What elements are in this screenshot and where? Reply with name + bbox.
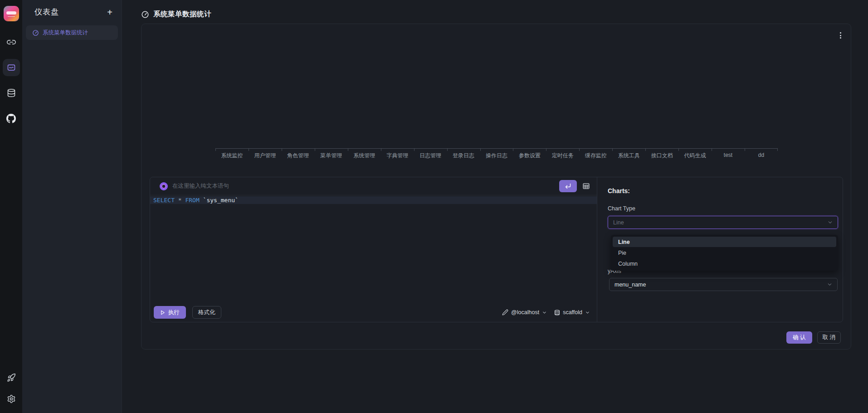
sql-code-area[interactable]: SELECT * FROM `sys_menu` <box>150 195 597 306</box>
dropdown-option[interactable]: Line <box>613 237 836 247</box>
x-axis-tick-label: 定时任务 <box>546 149 579 160</box>
gauge-icon <box>32 29 39 36</box>
chart-type-select[interactable]: Line <box>608 216 838 229</box>
charts-panel-title: Charts: <box>608 187 838 194</box>
chevron-down-icon <box>542 310 547 315</box>
gauge-icon <box>141 10 149 19</box>
x-axis-tick-label: 菜单管理 <box>315 149 348 160</box>
table-view-icon[interactable] <box>581 181 591 191</box>
x-axis-tick-label: 操作日志 <box>480 149 513 160</box>
cancel-button[interactable]: 取 消 <box>817 331 841 344</box>
nl-query-bar: 在这里输入纯文本语句 <box>150 177 597 195</box>
card-footer: 确 认 取 消 <box>786 331 841 344</box>
more-menu-icon[interactable] <box>839 31 842 39</box>
enter-return-icon <box>565 183 571 189</box>
page-header: 系统菜单数据统计 <box>122 0 868 19</box>
x-axis-tick-label: 代码生成 <box>678 149 712 160</box>
chart-x-axis: 系统监控 用户管理 角色管理 菜单管理 系统管理 字典管理 日志管理 登录日志 … <box>215 148 778 160</box>
x-axis-tick-label: 角色管理 <box>282 149 315 160</box>
settings-gear-icon[interactable] <box>3 390 20 408</box>
submit-nl-button[interactable] <box>559 180 577 192</box>
sidebar-item-label: 系统菜单数据统计 <box>43 29 88 37</box>
chevron-down-icon <box>827 219 833 225</box>
main-area: 系统菜单数据统计 系统监控 用户管理 角色管理 菜单管理 系统管理 字典管理 日… <box>122 0 868 413</box>
sql-token: FROM <box>185 197 199 204</box>
x-axis-tick-label: 字典管理 <box>381 149 414 160</box>
query-builder-panel: 在这里输入纯文本语句 SELECT * FROM `sys_menu` <box>150 177 843 322</box>
x-axis-tick-label: 系统工具 <box>612 149 645 160</box>
ai-ring-icon <box>160 182 168 190</box>
x-axis-tick-label: 缓存监控 <box>579 149 612 160</box>
sidebar-item-dashboard[interactable]: 系统菜单数据统计 <box>26 25 118 40</box>
page-title: 系统菜单数据统计 <box>153 10 211 19</box>
sql-token: * <box>175 197 185 204</box>
dropdown-option[interactable]: Column <box>613 258 836 269</box>
link-icon[interactable] <box>3 34 20 51</box>
x-axis-tick-label: 用户管理 <box>249 149 282 160</box>
x-axis-tick-label: 登录日志 <box>447 149 480 160</box>
chevron-down-icon <box>585 310 590 315</box>
database-icon[interactable] <box>3 84 20 102</box>
x-axis-tick-label: 接口文档 <box>645 149 678 160</box>
sql-token: SELECT <box>153 197 175 204</box>
sql-token: `sys_menu` <box>200 197 239 204</box>
play-icon <box>160 310 165 315</box>
chart-type-dropdown: Line Pie Column <box>611 235 838 271</box>
dropdown-option[interactable]: Pie <box>613 248 836 258</box>
sidebar-title: 仪表盘 <box>34 7 59 17</box>
confirm-button[interactable]: 确 认 <box>786 331 812 344</box>
dashboard-chart-card: 系统监控 用户管理 角色管理 菜单管理 系统管理 字典管理 日志管理 登录日志 … <box>141 24 851 350</box>
icon-rail <box>0 0 22 413</box>
dashboard-sidebar: 仪表盘 + 系统菜单数据统计 <box>22 0 122 413</box>
yaxis-select[interactable]: menu_name <box>609 278 838 291</box>
pen-icon <box>502 309 508 316</box>
run-button[interactable]: 执行 <box>154 306 186 319</box>
database-selector[interactable]: scaffold <box>554 309 590 316</box>
sql-current-line[interactable]: SELECT * FROM `sys_menu` <box>150 196 597 204</box>
x-axis-tick-label: 系统管理 <box>348 149 381 160</box>
github-icon[interactable] <box>3 110 20 127</box>
x-axis-tick-label: dd <box>745 149 778 160</box>
chevron-down-icon <box>827 282 833 287</box>
app-logo[interactable] <box>4 6 19 21</box>
connection-selector[interactable]: @localhost <box>502 309 547 316</box>
rocket-icon[interactable] <box>3 369 20 386</box>
nl-query-input[interactable]: 在这里输入纯文本语句 <box>172 182 555 190</box>
x-axis-tick-label: 系统监控 <box>215 149 249 160</box>
dashboard-list: 系统菜单数据统计 <box>22 17 122 40</box>
charts-config-panel: Charts: Chart Type Line yAxis menu_name … <box>597 177 843 322</box>
chart-type-label: Chart Type <box>608 205 838 212</box>
sql-editor: 在这里输入纯文本语句 SELECT * FROM `sys_menu` <box>150 177 597 322</box>
x-axis-tick-label: test <box>712 149 745 160</box>
dashboard-chart-icon[interactable] <box>3 59 20 76</box>
add-dashboard-button[interactable]: + <box>107 8 112 17</box>
x-axis-tick-label: 参数设置 <box>513 149 546 160</box>
database-icon <box>554 310 560 316</box>
x-axis-tick-label: 日志管理 <box>414 149 447 160</box>
format-button[interactable]: 格式化 <box>192 306 221 319</box>
editor-toolbar: 执行 格式化 @localhost scaffold <box>150 306 597 322</box>
